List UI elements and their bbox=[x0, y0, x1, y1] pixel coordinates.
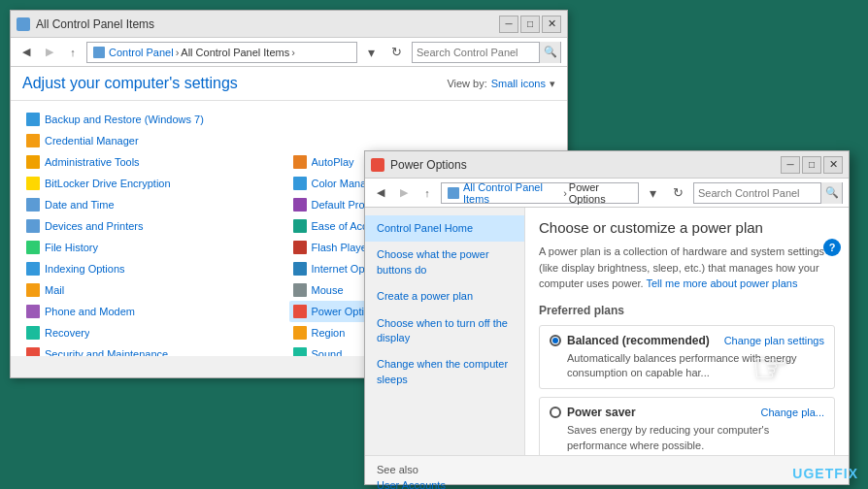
sidebar-item-create-plan[interactable]: Create a power plan bbox=[365, 283, 524, 310]
plan-balanced-desc: Automatically balances performance with … bbox=[550, 351, 824, 381]
radio-balanced[interactable] bbox=[550, 335, 561, 346]
item-label: AutoPlay bbox=[312, 156, 354, 168]
search-box-1: 🔍 bbox=[412, 42, 561, 63]
item-icon bbox=[293, 241, 307, 254]
dropdown-btn-2[interactable]: ▾ bbox=[643, 183, 662, 203]
plan-saver-name: Power saver bbox=[567, 406, 636, 419]
sidebar-item-power-buttons[interactable]: Choose what the power buttons do bbox=[365, 242, 524, 283]
item-icon bbox=[293, 283, 307, 297]
item-icon bbox=[293, 198, 307, 212]
list-item[interactable]: Backup and Restore (Windows 7) bbox=[22, 109, 555, 130]
item-label: Date and Time bbox=[45, 199, 115, 211]
path-icon-2 bbox=[448, 187, 459, 199]
sidebar-item-label-2: Choose what the power buttons do bbox=[377, 248, 489, 275]
title-bar-2: Power Options ─ □ ✕ bbox=[365, 151, 849, 179]
up-button[interactable]: ↑ bbox=[63, 43, 83, 62]
close-button[interactable]: ✕ bbox=[542, 16, 561, 33]
back-button[interactable]: ◀ bbox=[17, 43, 36, 62]
radio-saver[interactable] bbox=[550, 407, 561, 418]
path-icon bbox=[93, 47, 105, 58]
sidebar-item-turn-off[interactable]: Choose when to turn off the display bbox=[365, 310, 524, 352]
item-icon bbox=[26, 198, 40, 212]
item-label: Region bbox=[312, 327, 346, 339]
item-label: BitLocker Drive Encryption bbox=[45, 178, 171, 189]
plan-saver-label-row: Power saver bbox=[550, 406, 636, 419]
item-icon bbox=[26, 347, 40, 356]
power-sidebar: Control Panel Home Choose what the power… bbox=[365, 208, 525, 455]
search-input-1[interactable] bbox=[413, 47, 539, 58]
up-button-2[interactable]: ↑ bbox=[417, 183, 437, 203]
watermark-suffix: FIX bbox=[834, 466, 858, 481]
item-label: Recovery bbox=[45, 327, 89, 339]
search-icon[interactable]: 🔍 bbox=[539, 42, 560, 63]
address-path-2[interactable]: All Control Panel Items › Power Options bbox=[441, 182, 639, 204]
view-by-chevron[interactable]: ▾ bbox=[550, 78, 555, 90]
sidebar-item-sleep[interactable]: Change when the computer sleeps bbox=[365, 351, 524, 393]
list-item[interactable]: BitLocker Drive Encryption bbox=[22, 173, 289, 194]
close-button-2[interactable]: ✕ bbox=[823, 156, 843, 174]
change-plan-balanced-link[interactable]: Change plan settings bbox=[724, 335, 824, 346]
item-icon bbox=[293, 305, 307, 318]
list-item[interactable]: Indexing Options bbox=[22, 258, 289, 279]
refresh-btn-2[interactable]: ↻ bbox=[666, 181, 689, 205]
item-label: Mouse bbox=[312, 284, 344, 296]
search-icon-2[interactable]: 🔍 bbox=[820, 182, 842, 204]
title-bar-1: All Control Panel Items ─ □ ✕ bbox=[11, 11, 567, 38]
list-item[interactable]: Security and Maintenance bbox=[22, 343, 289, 356]
minimize-button[interactable]: ─ bbox=[499, 16, 518, 33]
power-main: Choose or customize a power plan A power… bbox=[525, 208, 849, 455]
path-segment-2: All Control Panel Items bbox=[181, 47, 289, 58]
forward-button[interactable]: ▶ bbox=[40, 43, 59, 62]
forward-button-2[interactable]: ▶ bbox=[394, 183, 414, 203]
dropdown-button[interactable]: ▾ bbox=[361, 43, 381, 62]
item-icon bbox=[26, 326, 40, 340]
window-title: All Control Panel Items bbox=[36, 17, 154, 31]
user-accounts-link[interactable]: User Accounts bbox=[377, 479, 837, 489]
item-icon bbox=[293, 262, 307, 276]
list-item[interactable]: Date and Time bbox=[22, 194, 289, 215]
window-icon bbox=[17, 17, 30, 31]
item-icon bbox=[293, 155, 307, 169]
list-item[interactable]: Mail bbox=[22, 279, 289, 301]
item-icon bbox=[26, 113, 40, 126]
item-icon bbox=[293, 219, 307, 233]
maximize-button-2[interactable]: □ bbox=[802, 156, 821, 174]
minimize-button-2[interactable]: ─ bbox=[781, 156, 800, 174]
search-input-2[interactable] bbox=[694, 187, 820, 199]
view-by-value[interactable]: Small icons bbox=[491, 78, 546, 89]
power-window-title: Power Options bbox=[390, 158, 467, 172]
path-segment-1[interactable]: Control Panel bbox=[109, 47, 174, 58]
maximize-button[interactable]: □ bbox=[520, 16, 540, 33]
preferred-plans-title: Preferred plans bbox=[539, 304, 835, 317]
list-item[interactable]: Phone and Modem bbox=[22, 301, 289, 322]
list-item[interactable]: Credential Manager bbox=[22, 130, 555, 151]
path-cp[interactable]: All Control Panel Items bbox=[463, 181, 561, 205]
item-icon bbox=[26, 155, 40, 169]
list-item[interactable]: Administrative Tools bbox=[22, 151, 289, 173]
item-icon bbox=[26, 219, 40, 233]
item-icon bbox=[293, 326, 307, 340]
list-item[interactable]: File History bbox=[22, 237, 289, 258]
item-icon bbox=[26, 134, 40, 147]
power-main-desc: A power plan is a collection of hardware… bbox=[539, 244, 835, 292]
path-separator-2: › bbox=[291, 47, 295, 58]
item-icon bbox=[26, 262, 40, 276]
power-content: Control Panel Home Choose what the power… bbox=[365, 208, 849, 455]
address-path-1[interactable]: Control Panel › All Control Panel Items … bbox=[86, 42, 357, 63]
list-item[interactable]: Devices and Printers bbox=[22, 215, 289, 237]
power-options-window: Power Options ─ □ ✕ ◀ ▶ ↑ All Control Pa… bbox=[364, 150, 850, 485]
power-learn-link[interactable]: Tell me more about power plans bbox=[646, 277, 797, 289]
see-also-section: See also User Accounts bbox=[365, 455, 849, 489]
change-plan-saver-link[interactable]: Change pla... bbox=[761, 407, 824, 418]
power-main-title: Choose or customize a power plan bbox=[539, 219, 835, 236]
item-icon bbox=[293, 347, 307, 356]
back-button-2[interactable]: ◀ bbox=[371, 183, 390, 203]
plan-power-saver: Power saver Change pla... Saves energy b… bbox=[539, 397, 835, 455]
sidebar-item-label: Control Panel Home bbox=[377, 222, 473, 234]
power-window-icon bbox=[371, 158, 384, 172]
list-item[interactable]: Recovery bbox=[22, 322, 289, 343]
refresh-button[interactable]: ↻ bbox=[384, 41, 408, 64]
see-also-title: See also bbox=[377, 464, 837, 475]
sidebar-item-home[interactable]: Control Panel Home bbox=[365, 215, 524, 242]
help-icon[interactable]: ? bbox=[823, 239, 841, 256]
